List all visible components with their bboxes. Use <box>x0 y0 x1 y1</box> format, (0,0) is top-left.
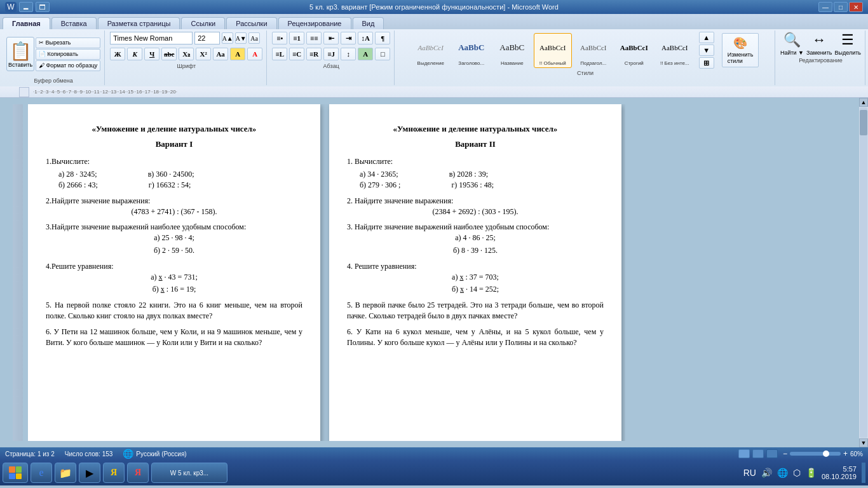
shading-btn[interactable]: A <box>358 48 373 60</box>
style-label-normal: !! Обычный <box>539 60 566 66</box>
v2-task4: 4. Решите уравнения: а) x : 37 = 703; б)… <box>347 261 604 295</box>
format-painter-button[interactable]: 🖌 Формат по образцу <box>36 60 100 71</box>
ie-button[interactable]: e <box>31 463 52 483</box>
replace-icon[interactable]: ↔ <box>812 32 826 48</box>
clear-format-btn[interactable]: Aa <box>248 32 260 44</box>
paste-button[interactable]: 📋 Вставить <box>6 37 34 71</box>
sort-btn[interactable]: ↕A <box>358 32 373 44</box>
tray-battery[interactable]: 🔋 <box>806 468 817 478</box>
cut-button[interactable]: ✂ Вырезать <box>36 37 100 48</box>
font-name-input[interactable] <box>110 32 193 44</box>
select-icon[interactable]: ☰ <box>841 32 854 48</box>
scroll-down-btn[interactable]: ▼ <box>859 438 868 447</box>
case-btn[interactable]: Аа <box>213 48 228 60</box>
clipboard-group: 📋 Вставить ✂ Вырезать 📄 Копировать 🖌 Фор… <box>3 30 105 85</box>
view-web-btn[interactable] <box>752 449 764 458</box>
line-spacing-btn[interactable]: ↕ <box>341 48 356 60</box>
border-btn[interactable]: □ <box>375 48 390 60</box>
left-margin-ruler <box>13 104 23 441</box>
media-button[interactable]: ▶ <box>79 463 100 483</box>
view-outline-btn[interactable] <box>766 449 778 458</box>
show-marks-btn[interactable]: ¶ <box>375 32 390 44</box>
font-color-btn[interactable]: А <box>247 48 262 60</box>
align-center-btn[interactable]: ≡C <box>289 48 304 60</box>
view-print-btn[interactable] <box>738 449 750 458</box>
explorer-button[interactable]: 📁 <box>55 463 76 483</box>
align-left-btn[interactable]: ≡L <box>272 48 287 60</box>
v2-variant: Вариант II <box>347 139 604 150</box>
subscript-btn[interactable]: X₂ <box>179 48 194 60</box>
v1-task4-a: а) x · 43 = 731; <box>46 272 302 283</box>
multilevel-btn[interactable]: ≡≡ <box>306 32 322 44</box>
style-label-strict: Строгий <box>625 60 644 66</box>
win-close[interactable]: ✕ <box>849 2 863 12</box>
word-taskbar-btn[interactable]: W 5 кл. кр3... <box>151 463 227 483</box>
v1-task1-row2: б) 2666 : 43; г) 16632 : 54; <box>58 180 302 191</box>
styles-expand[interactable]: ⊞ <box>699 57 714 69</box>
zoom-in-btn[interactable]: + <box>843 449 848 458</box>
decrease-indent-btn[interactable]: ⇤ <box>323 32 339 44</box>
tab-insert[interactable]: Вставка <box>51 17 97 29</box>
yandex2-button[interactable]: Я <box>127 463 149 483</box>
titlebar-controls: — □ ✕ <box>818 2 863 12</box>
style-noformat[interactable]: AaBbCcI !! Без инте... <box>656 33 694 68</box>
style-normal[interactable]: AaBbCcI !! Обычный <box>534 33 572 68</box>
v1-task5: 5. На первой полке стояло 22 книги. Это … <box>46 300 302 322</box>
justify-btn[interactable]: ≡J <box>323 48 339 60</box>
tab-view[interactable]: Вид <box>353 17 384 29</box>
highlight-btn[interactable]: А <box>230 48 245 60</box>
find-icon[interactable]: 🔍 <box>783 32 801 48</box>
page-variant2: «Умножение и деление натуральных чисел» … <box>329 104 621 441</box>
style-heading[interactable]: AaBbC Заголово... <box>452 33 491 68</box>
tab-home[interactable]: Главная <box>3 17 50 29</box>
app-icon[interactable]: W <box>5 2 17 12</box>
tray-network[interactable]: 🌐 <box>777 468 788 478</box>
shrink-font-btn[interactable]: A▼ <box>235 32 247 44</box>
zoom-thumb[interactable] <box>823 451 829 457</box>
style-subtitle[interactable]: AaBbCcI Подзагол... <box>574 33 613 68</box>
numbering-btn[interactable]: ≡1 <box>289 32 304 44</box>
tab-layout[interactable]: Разметка страницы <box>98 17 180 29</box>
tray-volume[interactable]: 🔊 <box>761 468 772 478</box>
yandex-button[interactable]: Я <box>103 463 125 483</box>
start-button[interactable] <box>3 463 28 483</box>
style-strict[interactable]: AaBbCcI Строгий <box>615 33 653 68</box>
font-size-input[interactable] <box>194 32 220 44</box>
italic-btn[interactable]: К <box>127 48 142 60</box>
taskbar-right: RU 🔊 🌐 ⬡ 🔋 5:57 08.10.2019 <box>743 463 865 483</box>
tab-mailings[interactable]: Рассылки <box>226 17 276 29</box>
minimize-btn[interactable]: 🗕 <box>19 2 33 12</box>
grow-font-btn[interactable]: A▲ <box>222 32 233 44</box>
show-desktop-btn[interactable] <box>862 463 865 483</box>
styles-label: Стили <box>577 70 593 76</box>
ruler-corner[interactable] <box>19 87 29 97</box>
zoom-slider[interactable] <box>790 452 841 456</box>
style-title[interactable]: AaBbC Название <box>493 33 531 68</box>
align-right-btn[interactable]: ≡R <box>306 48 322 60</box>
style-selection[interactable]: AaBbCcI Выделение <box>412 33 450 68</box>
underline-btn[interactable]: Ч <box>144 48 159 60</box>
scroll-thumb[interactable] <box>860 110 867 135</box>
copy-button[interactable]: 📄 Копировать <box>36 49 100 60</box>
titlebar-left: W 🗕 🗖 <box>5 2 50 12</box>
change-styles-btn[interactable]: 🎨 Изменитьстили <box>722 33 759 67</box>
win-minimize[interactable]: — <box>818 2 832 12</box>
win-restore[interactable]: □ <box>834 2 848 12</box>
tray-bluetooth[interactable]: ⬡ <box>793 468 801 478</box>
styles-scroll-down[interactable]: ▼ <box>699 44 714 56</box>
v1-task6: 6. У Пети на 12 машинок больше, чем у Ко… <box>46 327 302 348</box>
styles-scroll-up[interactable]: ▲ <box>699 32 714 43</box>
increase-indent-btn[interactable]: ⇥ <box>341 32 356 44</box>
vertical-scrollbar[interactable]: ▲ ▼ <box>859 98 868 447</box>
zoom-out-btn[interactable]: − <box>783 449 787 458</box>
tab-review[interactable]: Рецензирование <box>278 17 351 29</box>
restore-btn[interactable]: 🗖 <box>36 2 50 12</box>
bullets-btn[interactable]: ≡• <box>272 32 287 44</box>
tab-refs[interactable]: Ссылки <box>181 17 225 29</box>
v2-task4-header: 4. Решите уравнения: <box>347 261 604 272</box>
style-label-noformat: !! Без инте... <box>660 60 689 66</box>
bold-btn[interactable]: Ж <box>110 48 125 60</box>
superscript-btn[interactable]: X² <box>196 48 211 60</box>
scroll-up-btn[interactable]: ▲ <box>859 98 868 107</box>
strikethrough-btn[interactable]: аbс <box>161 48 177 60</box>
